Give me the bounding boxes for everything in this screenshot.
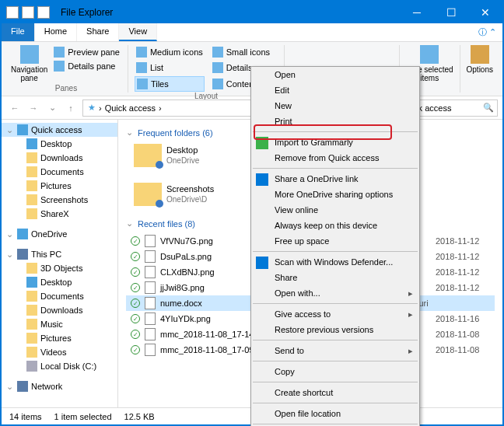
details-pane-button[interactable]: Details pane [52,59,121,73]
ctx-item[interactable]: Import to Grammarly [251,134,419,150]
breadcrumb[interactable]: Quick access [105,103,156,113]
sync-icon: ✓ [131,299,140,308]
ctx-item[interactable]: Copy [251,364,419,379]
tree-node[interactable]: Documents [2,289,117,303]
tree-node[interactable]: ⌄Quick access [2,123,117,137]
ribbon-toggle[interactable]: ⓘ ⌃ [472,23,502,41]
options-icon[interactable] [471,45,489,64]
layout-list[interactable]: List [135,61,205,75]
ribbon-tabs: File Home Share View ⓘ ⌃ [2,23,502,42]
sync-icon: ✓ [131,345,140,354]
panes-group-label: Panes [11,84,121,93]
ctx-item[interactable]: Print [251,113,419,129]
options-label: Options [467,65,493,74]
tree-node[interactable]: Local Disk (C:) [2,359,117,373]
maximize-button[interactable]: ☐ [434,2,468,23]
tree-node[interactable]: Pictures [2,179,117,193]
back-button[interactable]: ← [6,100,23,117]
sync-icon: ✓ [131,252,140,261]
preview-pane-button[interactable]: Preview pane [52,45,121,59]
ctx-item[interactable]: New [251,98,419,113]
sync-icon: ✓ [131,267,140,277]
tree-node[interactable]: 3D Objects [2,261,117,275]
ctx-item[interactable]: Restore previous versions [251,322,419,337]
app-icon [6,6,19,19]
ctx-item[interactable]: Always keep on this device [251,218,419,233]
tree-node[interactable]: Videos [2,345,117,359]
tab-view[interactable]: View [119,23,157,41]
tree-node[interactable]: ⌄This PC [2,247,117,261]
ctx-item[interactable]: Share a OneDrive link [251,171,419,187]
status-count: 14 items [9,412,42,421]
ctx-item[interactable]: Scan with Windows Defender... [251,254,419,270]
status-size: 12.5 KB [124,412,155,421]
layout-small[interactable]: Small icons [211,45,271,59]
ctx-item[interactable]: More OneDrive sharing options [251,187,419,202]
tree-node[interactable]: Downloads [2,303,117,317]
sync-icon: ✓ [131,236,140,246]
ctx-item[interactable]: Open file location [251,406,419,421]
layout-tiles[interactable]: Tiles [135,76,205,92]
tab-share[interactable]: Share [77,23,119,41]
tab-home[interactable]: Home [35,23,77,41]
qat-icon[interactable] [22,6,34,19]
tree-node[interactable]: Pictures [2,331,117,345]
ctx-item[interactable]: Open with... [251,285,419,301]
ctx-item[interactable]: View online [251,202,419,218]
tree-node[interactable]: ⌄Network [2,379,117,393]
hide-items-icon[interactable] [420,45,439,64]
search-icon: 🔍 [483,103,494,113]
tab-file[interactable]: File [2,23,35,41]
tree-node[interactable]: ⌄OneDrive [2,227,117,241]
status-selected: 1 item selected [54,412,112,421]
tree-node[interactable]: Desktop [2,137,117,151]
nav-pane-label: Navigation pane [11,65,47,82]
nav-tree[interactable]: ⌄Quick accessDesktopDownloadsDocumentsPi… [2,120,118,407]
tree-node[interactable]: Documents [2,165,117,179]
window-title: File Explorer [54,7,400,18]
folder-tile[interactable]: ScreenshotsOneDrive\D [134,183,250,206]
folder-tile[interactable]: DesktopOneDrive [134,144,250,167]
sync-icon: ✓ [131,330,140,339]
up-button[interactable]: ↑ [62,100,79,117]
ctx-item[interactable]: Open [251,67,419,82]
forward-button[interactable]: → [25,100,42,117]
ctx-item[interactable]: Give access to [251,306,419,322]
ctx-item[interactable]: Share [251,270,419,285]
ctx-item[interactable]: Send to [251,343,419,358]
ctx-item[interactable]: Remove from Quick access [251,150,419,166]
ctx-item[interactable]: Free up space [251,233,419,249]
ctx-item[interactable]: Create shortcut [251,385,419,400]
minimize-button[interactable]: ─ [400,2,434,23]
sync-icon: ✓ [131,283,140,292]
ctx-item[interactable]: Edit [251,82,419,98]
tree-node[interactable]: Music [2,317,117,331]
sync-icon: ✓ [131,314,140,323]
nav-pane-icon[interactable] [20,45,39,64]
titlebar: File Explorer ─ ☐ ✕ [2,2,502,23]
tree-node[interactable]: Screenshots [2,193,117,207]
layout-medium[interactable]: Medium icons [135,45,205,59]
qat-icon-2[interactable] [37,6,50,19]
close-button[interactable]: ✕ [468,2,502,23]
context-menu[interactable]: OpenEditNewPrintImport to GrammarlyRemov… [250,66,420,426]
tree-node[interactable]: Downloads [2,151,117,165]
tree-node[interactable]: ShareX [2,207,117,221]
recent-button[interactable]: ⌄ [44,100,61,117]
tree-node[interactable]: Desktop [2,275,117,289]
